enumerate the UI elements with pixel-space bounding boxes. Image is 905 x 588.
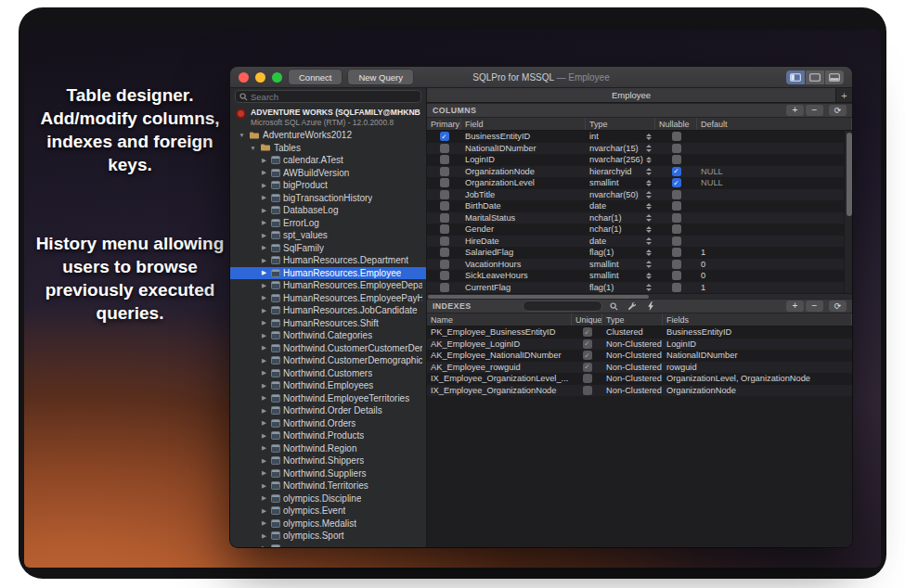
- type-stepper-control[interactable]: [646, 226, 652, 234]
- view-toggle-structure[interactable]: [786, 70, 805, 84]
- unique-checkbox[interactable]: ✓: [583, 327, 592, 337]
- unique-checkbox[interactable]: [583, 374, 592, 383]
- index-header-unique[interactable]: Unique: [572, 313, 602, 326]
- tree-item[interactable]: ▶Northwind.EmployeeTerritories: [230, 392, 426, 405]
- connect-button[interactable]: Connect: [289, 70, 342, 84]
- unique-checkbox[interactable]: ✓: [583, 363, 592, 372]
- tree-item[interactable]: ▶HumanResources.JobCandidate: [230, 304, 426, 317]
- chevron-right-icon[interactable]: ▶: [260, 457, 268, 465]
- chevron-right-icon[interactable]: ▶: [260, 294, 268, 301]
- index-row[interactable]: AK_Employee_NationalIDNumber✓Non-Cluster…: [427, 350, 852, 362]
- chevron-right-icon[interactable]: ▶: [260, 257, 268, 264]
- tree-item[interactable]: ▶Northwind.Suppliers: [230, 467, 426, 480]
- chevron-right-icon[interactable]: ▶: [260, 519, 268, 527]
- column-row[interactable]: MaritalStatusnchar(1): [427, 212, 852, 224]
- chevron-down-icon[interactable]: ▼: [238, 132, 246, 138]
- primary-checkbox[interactable]: [440, 167, 449, 176]
- column-row[interactable]: ✓BusinessEntityIDint: [427, 131, 852, 143]
- unique-checkbox[interactable]: ✓: [583, 339, 592, 349]
- chevron-right-icon[interactable]: ▶: [260, 532, 268, 540]
- index-row[interactable]: PK_Employee_BusinessEntityID✓ClusteredBu…: [427, 326, 852, 339]
- column-row[interactable]: JobTitlenvarchar(50): [427, 189, 852, 201]
- sidebar-search-input[interactable]: [251, 92, 417, 102]
- chevron-right-icon[interactable]: ▶: [260, 469, 268, 477]
- tree-item[interactable]: ▶olympics.Event: [230, 505, 426, 518]
- chevron-right-icon[interactable]: ▶: [260, 482, 268, 490]
- column-header-default[interactable]: Default: [697, 118, 852, 130]
- chevron-right-icon[interactable]: ▶: [260, 269, 268, 276]
- view-toggle-content[interactable]: [806, 70, 824, 84]
- index-header-type[interactable]: Type: [602, 313, 663, 326]
- nullable-checkbox[interactable]: [672, 260, 681, 269]
- tree-item[interactable]: ▶bigProduct: [230, 179, 426, 192]
- tree-item[interactable]: ▶Northwind.Orders: [230, 417, 426, 430]
- type-stepper-control[interactable]: [646, 284, 652, 291]
- column-row[interactable]: OrganizationNodehierarchyid✓NULL: [427, 166, 852, 178]
- primary-checkbox[interactable]: [440, 155, 449, 164]
- view-toggle-output[interactable]: [825, 70, 844, 84]
- index-header-name[interactable]: Name: [427, 313, 572, 326]
- tree-item[interactable]: ▶SqlFamily: [230, 242, 426, 255]
- column-row[interactable]: SalariedFlagflag(1)1: [427, 247, 852, 259]
- chevron-right-icon[interactable]: ▶: [260, 332, 268, 339]
- remove-column-button[interactable]: −: [806, 105, 823, 116]
- primary-checkbox[interactable]: [440, 236, 449, 246]
- column-header-type[interactable]: Type: [586, 118, 655, 130]
- type-stepper-control[interactable]: [646, 214, 652, 222]
- tree-item[interactable]: ▶HumanResources.Department: [230, 254, 426, 267]
- chevron-right-icon[interactable]: ▶: [260, 357, 268, 364]
- unique-checkbox[interactable]: [583, 386, 592, 395]
- tree-item[interactable]: ▶HumanResources.EmployeeDepartment...: [230, 279, 426, 292]
- chevron-right-icon[interactable]: ▶: [260, 394, 268, 402]
- add-tab-button[interactable]: +: [836, 88, 852, 102]
- zoom-button[interactable]: [272, 72, 282, 83]
- column-row[interactable]: NationalIDNumbernvarchar(15): [427, 143, 852, 155]
- nullable-checkbox[interactable]: [672, 236, 681, 246]
- index-row[interactable]: IX_Employee_OrganizationNodeNon-Clustere…: [427, 385, 852, 397]
- nullable-checkbox[interactable]: [672, 190, 681, 199]
- chevron-right-icon[interactable]: ▶: [260, 194, 268, 201]
- primary-checkbox[interactable]: [440, 271, 449, 280]
- type-stepper-control[interactable]: [646, 168, 652, 175]
- chevron-right-icon[interactable]: ▶: [260, 344, 268, 352]
- chevron-right-icon[interactable]: ▶: [260, 432, 268, 440]
- tree-item[interactable]: ▶Northwind.CustomerCustomerDemo: [230, 342, 426, 355]
- chevron-right-icon[interactable]: ▶: [260, 157, 268, 164]
- tree-item[interactable]: ▶HumanResources.Shift: [230, 317, 426, 330]
- type-stepper-control[interactable]: [646, 261, 652, 268]
- type-stepper-control[interactable]: [646, 180, 652, 187]
- index-header-fields[interactable]: Fields: [663, 313, 852, 326]
- type-stepper-control[interactable]: [646, 237, 652, 245]
- primary-checkbox[interactable]: [440, 283, 449, 292]
- tab-employee[interactable]: Employee: [427, 88, 836, 102]
- column-row[interactable]: CurrentFlagflag(1)1: [427, 282, 852, 294]
- chevron-right-icon[interactable]: ▶: [260, 232, 268, 239]
- add-column-button[interactable]: +: [786, 105, 804, 116]
- tree-item[interactable]: ▶: [230, 543, 426, 548]
- tree-item[interactable]: ▶Northwind.Shippers: [230, 454, 426, 467]
- type-stepper-control[interactable]: [646, 273, 652, 280]
- nullable-checkbox[interactable]: [672, 213, 681, 223]
- tree-folder[interactable]: ▼AdventureWorks2012: [230, 129, 426, 142]
- tree-item[interactable]: ▶calendar.ATest: [230, 154, 426, 167]
- nullable-checkbox[interactable]: [672, 155, 681, 164]
- chevron-right-icon[interactable]: ▶: [260, 244, 268, 251]
- nullable-checkbox[interactable]: ✓: [672, 178, 681, 187]
- chevron-right-icon[interactable]: ▶: [260, 219, 268, 226]
- indexes-filter-field[interactable]: [523, 300, 602, 312]
- primary-checkbox[interactable]: ✓: [440, 132, 449, 141]
- tree-item[interactable]: ▶DatabaseLog: [230, 204, 426, 217]
- chevron-right-icon[interactable]: ▶: [260, 494, 268, 502]
- columns-horizontal-scrollbar[interactable]: [427, 293, 852, 299]
- tree-item[interactable]: ▶Northwind.Region: [230, 442, 426, 455]
- index-edit-button[interactable]: [625, 300, 640, 312]
- primary-checkbox[interactable]: [440, 224, 449, 234]
- tree-item[interactable]: ▶ErrorLog: [230, 217, 426, 230]
- chevron-right-icon[interactable]: ▶: [260, 182, 268, 189]
- primary-checkbox[interactable]: [440, 190, 449, 199]
- tree-item[interactable]: ▶HumanResources.EmployeePayHistory: [230, 292, 426, 305]
- column-row[interactable]: HireDatedate: [427, 236, 852, 248]
- column-row[interactable]: LoginIDnvarchar(256): [427, 154, 852, 166]
- nullable-checkbox[interactable]: [672, 271, 681, 280]
- remove-index-button[interactable]: −: [806, 300, 823, 312]
